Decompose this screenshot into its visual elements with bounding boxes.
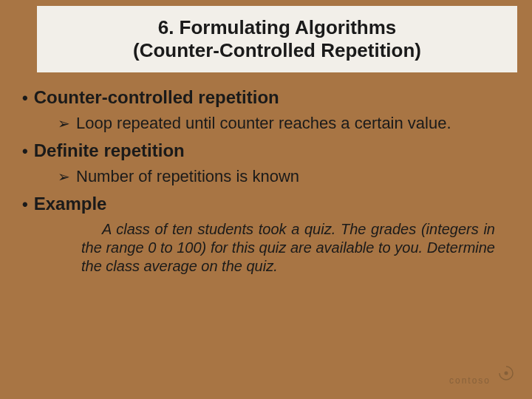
arrow-icon: ➢ [58,168,70,185]
arrow-icon: ➢ [58,115,70,132]
example-paragraph: A class of ten students took a quiz. The… [81,220,495,276]
logo-mark-icon [498,365,514,381]
sub-bullet-item: ➢ Number of repetitions is known [58,167,517,186]
bullet-item: • Counter-controlled repetition [22,87,517,108]
slide-title-block: 6. Formulating Algorithms (Counter-Contr… [37,6,517,72]
logo-text: contoso [449,375,491,386]
left-margin-strip [0,6,37,72]
bullet-dot-icon: • [22,197,28,213]
sub-bullet-text: Loop repeated until counter reaches a ce… [76,114,451,133]
slide-title-line2: (Counter-Controlled Repetition) [133,39,421,62]
slide-title-line1: 6. Formulating Algorithms [158,16,397,39]
sub-bullet-text: Number of repetitions is known [76,167,299,186]
bullet-dot-icon: • [22,90,28,106]
bullet-label: Definite repetition [34,140,185,161]
contoso-logo: contoso [449,365,516,386]
bullet-label: Example [34,194,107,214]
sub-bullet-item: ➢ Loop repeated until counter reaches a … [58,114,517,133]
bullet-item: • Example [22,194,517,214]
slide-content: • Counter-controlled repetition ➢ Loop r… [22,80,517,276]
svg-point-0 [505,372,508,375]
bullet-label: Counter-controlled repetition [34,87,279,108]
bullet-item: • Definite repetition [22,140,517,161]
bullet-dot-icon: • [22,143,28,160]
